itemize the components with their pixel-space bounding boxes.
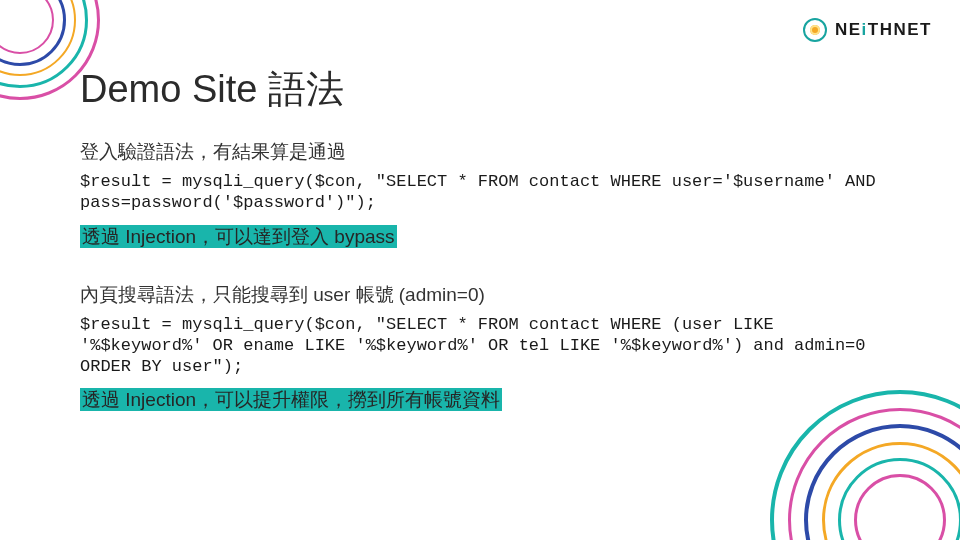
slide-content: Demo Site 語法 登入驗證語法，有結果算是通過 $result = my…	[80, 64, 904, 413]
highlight-note: 透過 Injection，可以達到登入 bypass	[80, 225, 397, 248]
highlight-note: 透過 Injection，可以提升權限，撈到所有帳號資料	[80, 388, 502, 411]
code-block: $result = mysqli_query($con, "SELECT * F…	[80, 171, 904, 214]
brand-logo-text: NEiTHNET	[835, 20, 932, 40]
brand-logo: NEiTHNET	[803, 18, 932, 42]
section-subtitle: 內頁搜尋語法，只能搜尋到 user 帳號 (admin=0)	[80, 282, 904, 308]
section-subtitle: 登入驗證語法，有結果算是通過	[80, 139, 904, 165]
code-block: $result = mysqli_query($con, "SELECT * F…	[80, 314, 904, 378]
slide-title: Demo Site 語法	[80, 64, 904, 115]
brand-logo-icon	[803, 18, 827, 42]
